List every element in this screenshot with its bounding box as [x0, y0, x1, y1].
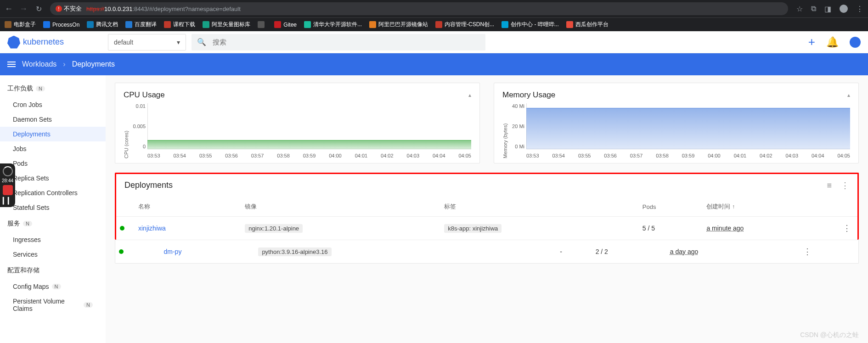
bookmark-favicon: [258, 21, 265, 28]
bookmark-item[interactable]: 百度翻译: [125, 21, 157, 28]
extensions-icon[interactable]: ⧉: [811, 5, 816, 13]
card-menu-icon[interactable]: ⋮: [841, 181, 849, 190]
breadcrumb-current: Deployments: [72, 60, 115, 68]
y-tick: 0 Mi: [508, 144, 524, 149]
bookmark-item[interactable]: 电影盒子: [5, 21, 36, 28]
profile-avatar[interactable]: [840, 5, 848, 13]
row-menu-icon[interactable]: ⋮: [803, 247, 812, 256]
bookmark-item[interactable]: 腾讯文档: [87, 21, 118, 28]
sidebar-item[interactable]: Cron Jobs: [0, 97, 106, 112]
bookmark-item[interactable]: 西瓜创作平台: [566, 21, 609, 28]
sidebar-section-services[interactable]: 服务N: [0, 215, 106, 232]
search-box[interactable]: 🔍: [192, 34, 485, 51]
x-tick: 04:03: [407, 153, 420, 158]
breadcrumb-root[interactable]: Workloads: [22, 60, 56, 68]
x-tick: 03:54: [552, 153, 565, 158]
sidebar-item[interactable]: Jobs: [0, 141, 106, 156]
sidebar-item[interactable]: Daemon Sets: [0, 112, 106, 127]
bookmark-favicon: [566, 21, 573, 28]
bookmark-label: 内容管理-CSDN创...: [445, 21, 494, 28]
sidebar-item[interactable]: Deployments: [0, 127, 106, 141]
side-panel-icon[interactable]: ◨: [824, 5, 831, 13]
bookmark-item[interactable]: 清华大学开源软件...: [304, 21, 362, 28]
breadcrumb: Workloads › Deployments: [0, 53, 868, 75]
x-tick: 03:58: [656, 153, 669, 158]
sidebar-item[interactable]: Config Maps N: [0, 279, 106, 294]
namespace-badge: N: [52, 284, 61, 289]
chevron-right-icon: ›: [63, 60, 65, 68]
url-path: :8443/#/deployment?namespace=default: [132, 6, 240, 12]
chevron-down-icon: ▾: [177, 39, 180, 46]
row-menu-icon[interactable]: ⋮: [843, 224, 851, 233]
x-tick: 04:02: [381, 153, 394, 158]
reload-button[interactable]: ↻: [36, 5, 42, 13]
forward-button[interactable]: →: [19, 4, 28, 14]
search-input[interactable]: [213, 38, 480, 46]
watermark-text: CSDN @心机の之蛙: [800, 331, 859, 339]
y-tick: 20 Mi: [508, 124, 524, 129]
bookmark-star-icon[interactable]: ☆: [796, 5, 803, 13]
sidebar-section-workloads[interactable]: 工作负载N: [0, 80, 106, 97]
recorder-stop-button[interactable]: [3, 185, 13, 195]
bookmark-item[interactable]: 课程下载: [164, 21, 195, 28]
col-image[interactable]: 镜像: [241, 197, 440, 217]
chart-area-fill: [526, 108, 850, 149]
bookmark-favicon: [164, 21, 171, 28]
menu-toggle-button[interactable]: [7, 62, 16, 67]
sidebar-item[interactable]: Services: [0, 247, 106, 262]
col-name[interactable]: 名称: [135, 197, 241, 217]
sidebar-item[interactable]: Replica Sets: [0, 171, 106, 186]
recorder-pause-button[interactable]: ▎▎: [3, 197, 13, 204]
sidebar-section-config[interactable]: 配置和存储: [0, 262, 106, 279]
col-pods[interactable]: Pods: [639, 197, 703, 217]
x-tick: 03:57: [251, 153, 264, 158]
bookmark-favicon: [435, 21, 442, 28]
search-icon: 🔍: [197, 38, 206, 46]
bookmark-item[interactable]: 阿里矢量图标库: [203, 21, 250, 28]
create-button[interactable]: +: [808, 35, 815, 49]
chart-area-fill: [147, 140, 471, 149]
bookmark-item[interactable]: [258, 21, 267, 28]
bookmark-item[interactable]: 内容管理-CSDN创...: [435, 21, 494, 28]
sidebar-item[interactable]: Persistent Volume Claims N: [0, 294, 106, 316]
bookmark-item[interactable]: ProcessOn: [43, 21, 79, 28]
bookmark-item[interactable]: 阿里巴巴开源镜像站: [369, 21, 428, 28]
x-tick: 04:04: [812, 153, 824, 158]
sidebar-item[interactable]: Stateful Sets: [0, 200, 106, 215]
sidebar-item[interactable]: Ingresses: [0, 232, 106, 247]
kubernetes-logo[interactable]: kubernetes: [7, 36, 64, 49]
x-tick: 03:53: [526, 153, 539, 158]
col-labels[interactable]: 标签: [440, 197, 639, 217]
back-button[interactable]: ←: [5, 4, 13, 14]
col-created[interactable]: 创建时间 ↑: [703, 197, 839, 217]
bookmark-item[interactable]: 创作中心 - 哔哩哔...: [502, 21, 559, 28]
cpu-chart-title: CPU Usage: [124, 90, 165, 100]
insecure-icon: !: [56, 6, 62, 12]
browser-menu-icon[interactable]: ⋮: [856, 5, 863, 13]
screen-recorder-widget[interactable]: 28:44 ▎▎: [0, 163, 15, 207]
address-bar[interactable]: !不安全 https:// 10.0.0.231 :8443/#/deploym…: [50, 2, 788, 15]
table-row[interactable]: dm-pypython:3.9.16-alpine3.16-2 / 2a day…: [115, 240, 858, 264]
namespace-select[interactable]: default ▾: [108, 34, 186, 51]
user-account-icon[interactable]: [850, 37, 861, 48]
deployment-name-link[interactable]: xinjizhiwa: [138, 225, 166, 232]
x-tick: 04:01: [734, 153, 747, 158]
notifications-icon[interactable]: 🔔: [826, 36, 839, 48]
equalize-icon[interactable]: ≡: [827, 181, 832, 190]
cpu-y-axis-label: CPU (cores): [124, 103, 129, 158]
x-tick: 04:02: [760, 153, 772, 158]
namespace-value: default: [114, 39, 133, 46]
bookmark-item[interactable]: Gitee: [274, 21, 297, 28]
table-row[interactable]: xinjizhiwanginx:1.20.1-alpinek8s-app: xi…: [116, 217, 857, 240]
bookmark-favicon: [125, 21, 132, 28]
app-header: kubernetes default ▾ 🔍 + 🔔: [0, 31, 868, 53]
deployment-name-link[interactable]: dm-py: [164, 248, 182, 255]
sidebar-item[interactable]: Pods: [0, 156, 106, 171]
x-tick: 04:00: [708, 153, 721, 158]
memory-usage-card: Memory Usage ▴ Memory (bytes) 40 Mi20 Mi…: [494, 83, 859, 163]
collapse-icon[interactable]: ▴: [847, 92, 850, 98]
y-tick: 0.005: [129, 124, 146, 129]
kubernetes-wheel-icon: [7, 36, 20, 49]
collapse-icon[interactable]: ▴: [468, 92, 471, 98]
sidebar-item[interactable]: Replication Controllers: [0, 186, 106, 200]
